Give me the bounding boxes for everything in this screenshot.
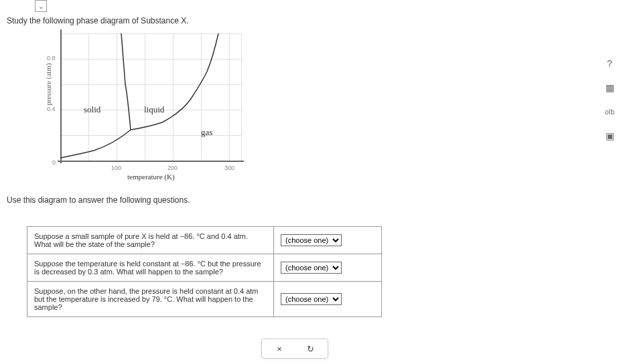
reset-button[interactable]: ↻ [305,343,316,354]
instruction-below: Use this diagram to answer the following… [7,195,190,205]
x-axis-label: temperature (K) [127,173,175,181]
box-icon[interactable]: ▣ [604,130,616,142]
action-buttons: × ↻ [261,339,328,359]
question-3-text: Suppose, on the other hand, the pressure… [27,282,274,317]
table-row: Suppose the temperature is held constant… [27,254,382,282]
question-table: Suppose a small sample of pure X is held… [27,226,382,317]
phase-label-liquid: liquid [144,104,164,115]
close-icon: × [277,344,282,354]
grid-icon[interactable]: ▦ [604,82,616,94]
question-1-text: Suppose a small sample of pure X is held… [27,227,274,254]
y-tick-0: 0 [52,159,56,166]
table-row: Suppose a small sample of pure X is held… [27,227,382,254]
question-2-select[interactable]: (choose one) [281,262,342,274]
phase-label-solid: solid [84,104,100,115]
phase-diagram: 0.8 0.4 0 100 200 300 solid liquid gas [60,33,241,161]
table-row: Suppose, on the other hand, the pressure… [27,282,382,317]
x-tick-200: 200 [167,165,178,171]
y-tick-08: 0.8 [47,55,56,62]
instruction-top: Study the following phase diagram of Sub… [7,16,189,25]
question-3-select[interactable]: (choose one) [281,293,342,305]
question-1-select[interactable]: (choose one) [281,234,342,246]
x-tick-300: 300 [224,165,234,171]
help-icon[interactable]: ? [604,58,616,70]
x-tick-100: 100 [111,165,121,171]
y-tick-04: 0.4 [47,106,56,112]
bar-icon[interactable]: oIb [604,106,616,118]
phase-label-gas: gas [201,127,212,138]
y-axis-label: pressure (atm) [44,63,52,105]
question-2-text: Suppose the temperature is held constant… [27,254,274,282]
phase-curves [60,33,241,161]
chevron-down-icon[interactable]: ⌄ [35,0,47,12]
cancel-button[interactable]: × [274,343,285,354]
reset-icon: ↻ [307,344,314,354]
side-toolbar: ? ▦ oIb ▣ [604,58,616,142]
